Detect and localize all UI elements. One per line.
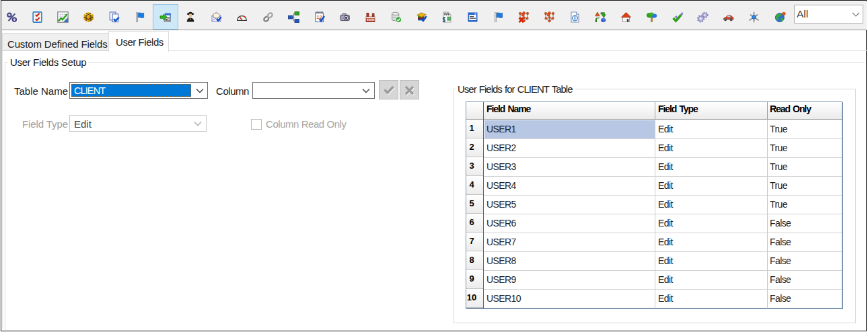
svg-text:INV: INV — [444, 12, 450, 15]
